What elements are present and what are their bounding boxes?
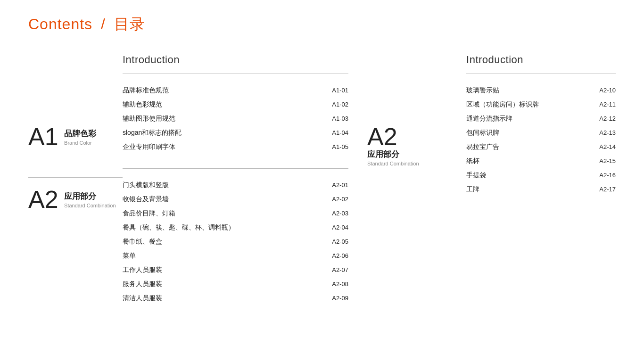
section-code-a2: A2: [28, 187, 58, 212]
item-code: A1-02: [332, 101, 348, 108]
toc-item: 服务人员服装 A2-08: [123, 277, 348, 291]
item-name: 辅助图形使用规范: [123, 115, 322, 123]
toc-item: 清洁人员服装 A2-09: [123, 291, 348, 305]
item-name: 清洁人员服装: [123, 294, 322, 303]
item-name: 手提袋: [466, 171, 590, 180]
item-name: slogan和标志的搭配: [123, 129, 322, 137]
toc-item: 菜单 A2-06: [123, 249, 348, 263]
toc-item: 工作人员服装 A2-07: [123, 263, 348, 277]
toc-item: 餐巾纸、餐盒 A2-05: [123, 235, 348, 249]
toc-item: slogan和标志的搭配 A1-04: [123, 126, 348, 140]
toc-item: 企业专用印刷字体 A1-05: [123, 140, 348, 154]
item-name: 区域（功能房间）标识牌: [466, 100, 590, 109]
item-code: A2-03: [332, 210, 348, 217]
item-name: 门头横版和竖版: [123, 181, 322, 189]
item-code: A2-10: [599, 87, 616, 94]
toc-item: 辅助色彩规范 A1-02: [123, 98, 348, 112]
intro-divider-right: [466, 74, 616, 74]
item-name: 餐巾纸、餐盒: [123, 238, 322, 246]
item-code: A2-17: [599, 186, 616, 193]
toc-item: 品牌标准色规范 A1-01: [123, 83, 348, 98]
section-code-a1: A1: [28, 124, 58, 149]
section-en-a2: Standard Combination: [64, 203, 116, 208]
item-code: A2-04: [332, 224, 348, 231]
toc-item: 纸杯 A2-15: [466, 154, 616, 168]
item-code: A2-09: [332, 295, 348, 302]
item-code: A2-15: [599, 157, 616, 165]
item-name: 餐具（碗、筷、匙、碟、杯、调料瓶）: [123, 223, 322, 232]
title-separator: /: [101, 16, 106, 33]
toc-item: 餐具（碗、筷、匙、碟、杯、调料瓶） A2-04: [123, 221, 348, 235]
item-name: 服务人员服装: [123, 280, 322, 288]
section-en-a2-right: Standard Combination: [367, 161, 419, 166]
item-code: A1-05: [332, 143, 348, 150]
item-name: 菜单: [123, 252, 322, 260]
toc-item: 易拉宝广告 A2-14: [466, 140, 616, 154]
toc-section-a2-left: 门头横版和竖版 A2-01 收银台及背景墙 A2-02 食品价目牌、灯箱 A2-…: [123, 178, 348, 305]
item-name: 收银台及背景墙: [123, 195, 322, 204]
item-code: A2-12: [599, 115, 616, 122]
item-code: A2-13: [599, 129, 616, 136]
section-code-a2-right: A2: [367, 124, 397, 149]
item-code: A1-03: [332, 115, 348, 122]
section-zh-a1: 品牌色彩: [64, 128, 96, 139]
item-code: A1-04: [332, 129, 348, 136]
section-divider-mid: [123, 168, 348, 169]
title-zh: 目录: [114, 16, 145, 33]
toc-item: 通道分流指示牌 A2-12: [466, 112, 616, 126]
section-label-a1: A1 品牌色彩 Brand Color: [28, 124, 123, 149]
section-info-a2-right: 应用部分 Standard Combination: [367, 149, 419, 166]
item-code: A2-11: [599, 101, 616, 108]
item-name: 玻璃警示贴: [466, 86, 590, 95]
page-title: Contents / 目录: [28, 14, 616, 35]
item-name: 包间标识牌: [466, 129, 590, 137]
toc-item: 食品价目牌、灯箱 A2-03: [123, 206, 348, 221]
item-code: A2-07: [332, 266, 348, 273]
divider-a1-a2: [28, 177, 123, 178]
item-code: A2-02: [332, 196, 348, 203]
item-code: A1-01: [332, 87, 348, 94]
section-info-a1: 品牌色彩 Brand Color: [64, 128, 96, 146]
section-en-a1: Brand Color: [64, 140, 96, 146]
right-section-label: A2 应用部分 Standard Combination: [367, 54, 452, 320]
item-name: 通道分流指示牌: [466, 115, 590, 123]
item-code: A2-08: [332, 280, 348, 288]
section-zh-a2: 应用部分: [64, 191, 116, 202]
toc-section-a1: 品牌标准色规范 A1-01 辅助色彩规范 A1-02 辅助图形使用规范 A1-0…: [123, 83, 348, 154]
toc-item: 工牌 A2-17: [466, 182, 616, 197]
toc-col-left: Introduction 品牌标准色规范 A1-01 辅助色彩规范 A1-02 …: [123, 54, 367, 320]
section-label-a2-right: A2 应用部分 Standard Combination: [367, 124, 452, 166]
item-name: 品牌标准色规范: [123, 86, 322, 95]
section-zh-a2-right: 应用部分: [367, 149, 419, 160]
toc-item: 收银台及背景墙 A2-02: [123, 192, 348, 206]
title-en: Contents: [28, 16, 92, 33]
item-code: A2-14: [599, 143, 616, 150]
intro-heading-left: Introduction: [123, 54, 348, 66]
item-code: A2-05: [332, 238, 348, 245]
toc-item: 辅助图形使用规范 A1-03: [123, 112, 348, 126]
main-content: A1 品牌色彩 Brand Color A2 应用部分 Standard Com…: [28, 54, 616, 320]
item-code: A2-16: [599, 172, 616, 179]
toc-section-a2-right: 玻璃警示贴 A2-10 区域（功能房间）标识牌 A2-11 通道分流指示牌 A2…: [466, 83, 616, 197]
item-name: 工牌: [466, 185, 590, 194]
section-info-a2: 应用部分 Standard Combination: [64, 191, 116, 208]
toc-col-right: Introduction 玻璃警示贴 A2-10 区域（功能房间）标识牌 A2-…: [452, 54, 616, 320]
page-header: Contents / 目录: [28, 14, 616, 35]
left-labels: A1 品牌色彩 Brand Color A2 应用部分 Standard Com…: [28, 54, 123, 320]
item-name: 易拉宝广告: [466, 143, 590, 151]
toc-item: 门头横版和竖版 A2-01: [123, 178, 348, 192]
right-area: A2 应用部分 Standard Combination Introductio…: [367, 54, 616, 320]
item-code: A2-06: [332, 252, 348, 259]
item-name: 企业专用印刷字体: [123, 143, 322, 151]
section-label-a2: A2 应用部分 Standard Combination: [28, 187, 123, 212]
toc-item: 玻璃警示贴 A2-10: [466, 83, 616, 98]
toc-item: 区域（功能房间）标识牌 A2-11: [466, 98, 616, 112]
item-name: 纸杯: [466, 157, 590, 165]
item-name: 工作人员服装: [123, 266, 322, 274]
toc-item: 包间标识牌 A2-13: [466, 126, 616, 140]
toc-item: 手提袋 A2-16: [466, 168, 616, 182]
item-code: A2-01: [332, 181, 348, 189]
intro-heading-right: Introduction: [466, 54, 616, 66]
intro-divider-left: [123, 74, 348, 74]
item-name: 食品价目牌、灯箱: [123, 209, 322, 218]
